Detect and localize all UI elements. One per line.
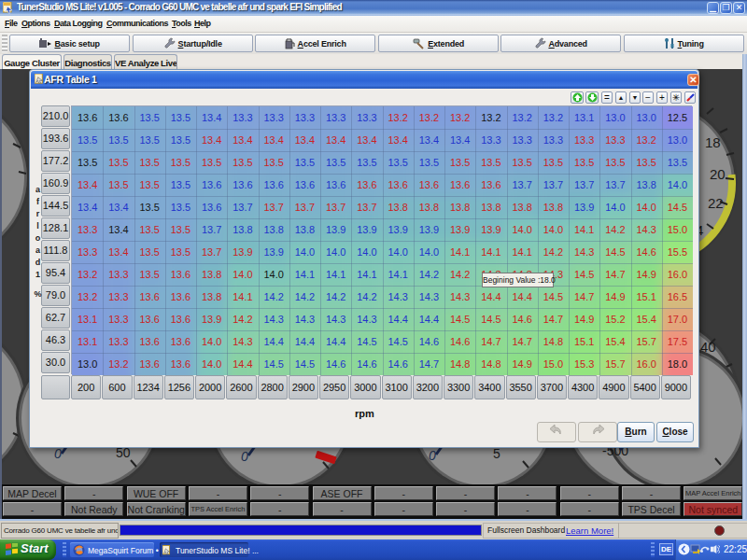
svg-text:5: 5 (493, 446, 500, 461)
svg-text:0: 0 (429, 448, 436, 463)
svg-text:22: 22 (708, 195, 724, 211)
svg-text:18: 18 (705, 134, 721, 150)
svg-text:0: 0 (241, 449, 248, 464)
svg-text:0: 0 (54, 446, 62, 461)
svg-text:20: 20 (710, 166, 726, 182)
